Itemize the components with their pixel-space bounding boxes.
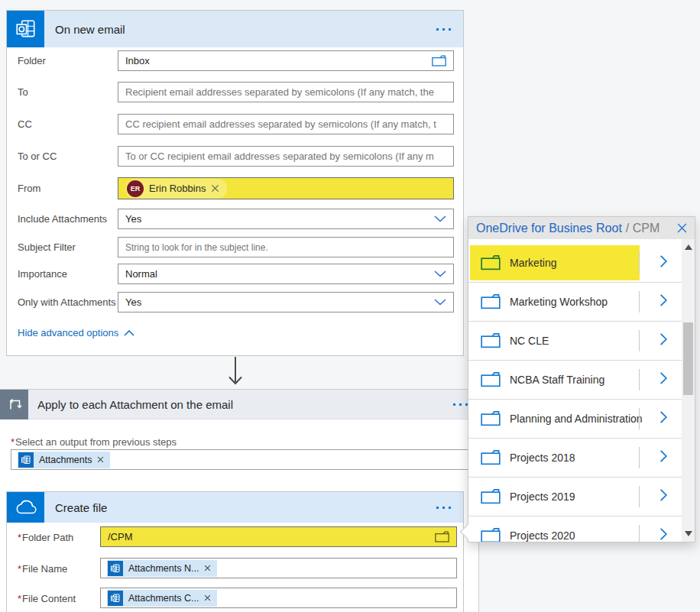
folder-name: NC CLE (510, 335, 549, 347)
row-divider (639, 369, 640, 390)
row-divider (639, 291, 640, 312)
select-output-input[interactable]: Attachments (11, 449, 472, 470)
cc-placeholder: CC recipient email addresses separated b… (125, 118, 436, 130)
file-name-chip-label: Attachments N... (128, 563, 199, 574)
avatar: ER (127, 180, 144, 197)
chevron-right-icon[interactable] (659, 371, 668, 385)
create-file-title: Create file (55, 501, 435, 514)
include-attachments-label: Include Attachments (18, 213, 107, 225)
only-with-attachments-select[interactable]: Yes (118, 292, 454, 312)
attachments-chip-label: Attachments (39, 455, 92, 465)
chevron-right-icon[interactable] (659, 449, 668, 463)
folder-row[interactable]: Planning and Administration (468, 400, 682, 439)
attachments-chip[interactable]: Attachments (18, 452, 110, 468)
required-mark: * (11, 436, 15, 448)
select-output-label: *Select an output from previous steps (11, 436, 177, 448)
folder-path-input[interactable]: /CPM (100, 526, 457, 547)
chevron-right-icon[interactable] (659, 410, 668, 424)
chevron-right-icon[interactable] (659, 332, 668, 346)
cc-input[interactable]: CC recipient email addresses separated b… (118, 114, 454, 134)
from-label: From (18, 183, 41, 194)
folder-name: Marketing (510, 257, 556, 269)
file-name-chip[interactable]: Attachments N... (107, 560, 217, 577)
breadcrumb-site[interactable]: OneDrive for Busines (476, 222, 592, 235)
apply-to-each-menu-icon[interactable] (452, 402, 469, 407)
create-file-card: Create file *Folder Path /CPM *File Name (6, 491, 464, 612)
folder-picker-icon[interactable] (427, 55, 446, 66)
importance-select[interactable]: Normal (118, 264, 454, 284)
tocc-placeholder: To or CC recipient email addresses separ… (125, 151, 434, 162)
folder-name: NCBA Staff Training (510, 374, 604, 386)
remove-chip-icon[interactable] (204, 565, 211, 572)
folder-label: Folder (18, 55, 46, 66)
trigger-card-header[interactable]: On new email (7, 11, 463, 47)
remove-chip-icon[interactable] (97, 456, 104, 463)
folder-icon (481, 449, 501, 465)
row-divider (639, 525, 640, 542)
file-name-label: *File Name (18, 563, 67, 575)
create-file-menu-icon[interactable] (435, 505, 452, 510)
chevron-right-icon[interactable] (659, 254, 668, 268)
outlook-icon (18, 452, 34, 468)
trigger-card: On new email Folder Inbox To Recipient e… (6, 10, 464, 356)
row-divider (639, 486, 640, 507)
folder-name: Projects 2020 (510, 529, 575, 542)
scroll-down-icon[interactable] (685, 531, 692, 536)
file-content-chip-label: Attachments C... (128, 593, 199, 604)
remove-person-icon[interactable] (211, 184, 219, 193)
file-name-input[interactable]: Attachments N... (100, 558, 457, 578)
person-chip[interactable]: ER Erin Robbins (125, 179, 227, 199)
folder-name: Planning and Administration (510, 413, 643, 425)
folder-icon (481, 371, 501, 387)
folder-name: Marketing Workshop (510, 296, 608, 308)
scroll-up-icon[interactable] (685, 244, 692, 250)
folder-row-marketing[interactable]: Marketing (468, 244, 682, 283)
remove-chip-icon[interactable] (204, 594, 211, 601)
close-icon[interactable] (672, 223, 687, 233)
from-input[interactable]: ER Erin Robbins (118, 177, 454, 199)
panel-scrollbar[interactable] (682, 239, 695, 542)
tocc-input[interactable]: To or CC recipient email addresses separ… (118, 146, 454, 167)
row-divider (639, 447, 640, 468)
subject-filter-input[interactable]: String to look for in the subject line. (118, 237, 454, 257)
row-divider (639, 408, 640, 429)
include-attachments-select[interactable]: Yes (118, 209, 454, 229)
only-with-attachments-label: Only with Attachments (18, 296, 116, 308)
folder-icon (481, 527, 501, 542)
folder-value: Inbox (125, 55, 150, 66)
apply-to-each-header[interactable]: Apply to each Attachment on the email (0, 389, 478, 419)
create-file-header[interactable]: Create file (7, 492, 463, 523)
person-name: Erin Robbins (149, 183, 206, 194)
chevron-right-icon[interactable] (659, 293, 668, 307)
folder-picker-icon[interactable] (430, 531, 449, 542)
tocc-label: To or CC (18, 151, 57, 162)
trigger-menu-icon[interactable] (435, 27, 452, 32)
file-content-input[interactable]: Attachments C... (100, 588, 457, 608)
only-with-attachments-value: Yes (125, 296, 141, 308)
breadcrumb-root[interactable]: Root (596, 222, 622, 235)
folder-input[interactable]: Inbox (118, 50, 454, 71)
outlook-icon (108, 561, 123, 576)
chevron-right-icon[interactable] (659, 488, 668, 502)
folder-row[interactable]: Projects 2019 (468, 478, 682, 516)
folder-row[interactable]: NCBA Staff Training (468, 361, 682, 400)
trigger-title: On new email (55, 23, 435, 36)
folder-picker-breadcrumb: OneDrive for Busines Root / CPM (468, 217, 695, 239)
connector-arrow (226, 356, 245, 389)
file-content-chip[interactable]: Attachments C... (107, 590, 217, 607)
folder-picker-panel: OneDrive for Busines Root / CPM Marketin… (468, 216, 695, 542)
cc-label: CC (18, 118, 32, 130)
folder-row[interactable]: Projects 2018 (468, 439, 682, 478)
folder-row[interactable]: Projects 2020 (468, 516, 682, 542)
to-input[interactable]: Recipient email addresses separated by s… (118, 82, 454, 102)
folder-icon (481, 293, 501, 309)
subject-filter-label: Subject Filter (18, 241, 76, 253)
folder-row[interactable]: Marketing Workshop (468, 283, 682, 322)
chevron-down-icon (429, 270, 446, 277)
chevron-right-icon[interactable] (659, 527, 668, 541)
folder-row[interactable]: NC CLE (468, 322, 682, 361)
scrollbar-thumb[interactable] (683, 322, 693, 395)
folder-icon (481, 254, 501, 270)
hide-advanced-options-link[interactable]: Hide advanced options (18, 327, 134, 338)
chevron-down-icon (429, 299, 446, 306)
